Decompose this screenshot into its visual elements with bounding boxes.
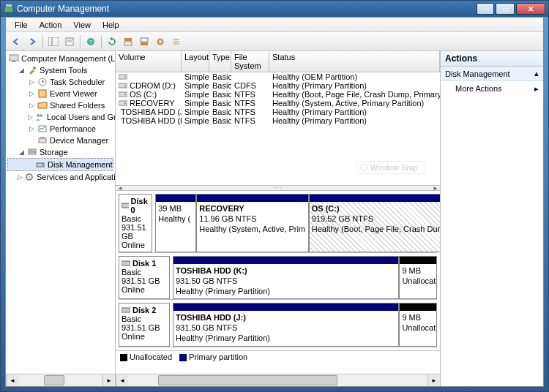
actions-pane: Actions Disk Management▴ More Actions▸ [441, 51, 543, 386]
tree-services[interactable]: ▷Services and Applications [7, 171, 113, 183]
tree-scrollbar[interactable]: ◄► [6, 374, 115, 386]
table-row[interactable]: RECOVERY Simple Basic NTFS Healthy (Syst… [116, 99, 440, 108]
tree-storage[interactable]: ◢Storage [7, 146, 113, 158]
svg-rect-24 [39, 90, 46, 97]
settings-button[interactable] [153, 34, 168, 49]
disk-info: Disk 0 Basic931.51 GBOnline [119, 194, 152, 252]
col-layout[interactable]: Layout [182, 51, 209, 72]
svg-point-35 [29, 176, 30, 178]
actions-section[interactable]: Disk Management▴ [441, 67, 543, 81]
view-top-button[interactable] [121, 34, 135, 49]
tree-event-viewer[interactable]: ▷Event Viewer [7, 88, 113, 99]
storage-icon [27, 147, 37, 157]
menu-action[interactable]: Action [34, 19, 68, 31]
tree-performance[interactable]: ▷Performance [7, 123, 113, 135]
disk-info: Disk 1 Basic931.51 GBOnline [119, 256, 170, 299]
list-button[interactable] [169, 34, 184, 49]
forward-button[interactable] [25, 34, 40, 49]
back-button[interactable] [9, 34, 23, 49]
splitter[interactable]: ◄⋯► [116, 185, 440, 191]
collapse-icon: ▴ [534, 69, 539, 78]
drive-icon [119, 73, 127, 80]
partition[interactable]: TOSHIBA HDD (J:) 931.50 GB NTFS Healthy … [173, 303, 399, 346]
titlebar[interactable]: Computer Management ─ ▭ ✕ [1, 1, 548, 17]
svg-point-26 [40, 114, 42, 117]
window-title: Computer Management [17, 4, 477, 14]
tree-task-scheduler[interactable]: ▷Task Scheduler [7, 76, 113, 88]
volume-table[interactable]: Volume Layout Type File System Status Si… [116, 51, 440, 185]
table-row[interactable]: TOSHIBA HDD (J:) Simple Basic NTFS Healt… [116, 108, 440, 116]
svg-rect-10 [124, 42, 132, 45]
expand-icon[interactable]: ▷ [28, 102, 36, 110]
tree-disk-management[interactable]: ▷Disk Management [7, 158, 113, 171]
col-type[interactable]: Type [209, 51, 231, 72]
partition[interactable]: OS (C:) 919.52 GB NTFS Healthy (Boot, Pa… [309, 194, 440, 252]
partition[interactable]: 9 MB Unallocat [399, 303, 437, 346]
expand-icon[interactable]: ▷ [28, 113, 33, 121]
table-row[interactable]: OS (C:) Simple Basic NTFS Healthy (Boot,… [116, 90, 440, 99]
expand-icon[interactable]: ▷ [28, 125, 36, 133]
partition[interactable]: 39 MB Healthy ( [155, 194, 196, 252]
table-row[interactable]: TOSHIBA HDD (K:) Simple Basic NTFS Healt… [116, 116, 440, 125]
disk-pane[interactable]: Disk 0 Basic931.51 GBOnline 39 MB Health… [116, 191, 440, 374]
expand-icon[interactable]: ▷ [28, 90, 36, 98]
snip-overlay: Window Snip [356, 161, 425, 174]
svg-rect-12 [141, 42, 148, 45]
actions-header: Actions [441, 51, 543, 67]
menu-view[interactable]: View [67, 19, 97, 31]
tree-system-tools[interactable]: ◢System Tools [7, 64, 113, 76]
tree-local-users[interactable]: ▷Local Users and Groups [7, 111, 113, 123]
menu-file[interactable]: File [9, 19, 34, 31]
show-hide-tree-button[interactable] [46, 34, 61, 49]
col-filesystem[interactable]: File System [231, 51, 269, 72]
close-button[interactable]: ✕ [516, 3, 545, 15]
partition[interactable]: TOSHIBA HDD (K:) 931.50 GB NTFS Healthy … [173, 256, 399, 299]
svg-text:?: ? [89, 39, 93, 45]
svg-point-43 [124, 102, 126, 104]
svg-rect-30 [29, 149, 36, 151]
view-bottom-button[interactable] [137, 34, 152, 49]
svg-point-39 [124, 85, 126, 86]
minimize-button[interactable]: ─ [477, 3, 494, 15]
properties-button[interactable] [62, 34, 77, 49]
disk-row[interactable]: Disk 2 Basic931.51 GBOnline TOSHIBA HDD … [119, 303, 437, 347]
drive-icon [119, 82, 127, 89]
drive-icon [119, 99, 127, 107]
svg-rect-48 [122, 203, 129, 208]
refresh-button[interactable] [105, 34, 119, 49]
legend: Unallocated Primary partition [116, 350, 440, 363]
svg-rect-31 [29, 152, 36, 154]
tree-pane[interactable]: Computer Management (Local ◢System Tools… [6, 51, 116, 386]
help-button[interactable]: ? [83, 34, 98, 49]
partition[interactable]: 9 MB Unallocat [399, 256, 437, 299]
tree-root[interactable]: Computer Management (Local [7, 53, 113, 64]
disk-row[interactable]: Disk 1 Basic931.51 GBOnline TOSHIBA HDD … [119, 256, 437, 300]
table-row[interactable]: Simple Basic Healthy (OEM Partition) [116, 72, 440, 81]
svg-point-25 [37, 114, 40, 117]
disk-row[interactable]: Disk 0 Basic931.51 GBOnline 39 MB Health… [119, 194, 437, 253]
partition[interactable]: RECOVERY 11.96 GB NTFS Healthy (System, … [196, 194, 308, 252]
svg-rect-49 [122, 261, 130, 265]
expand-icon[interactable]: ▷ [28, 78, 36, 86]
menu-help[interactable]: Help [97, 19, 125, 31]
collapse-icon[interactable]: ◢ [18, 148, 26, 157]
toolbar: ? [6, 32, 543, 51]
chevron-right-icon: ▸ [534, 84, 539, 94]
tree-device-manager[interactable]: ▷Device Manager [7, 135, 113, 146]
col-status[interactable]: Status [269, 51, 440, 72]
more-actions[interactable]: More Actions▸ [441, 81, 543, 97]
services-icon [24, 172, 34, 182]
center-scrollbar[interactable]: ◄► [116, 374, 440, 386]
col-volume[interactable]: Volume [116, 51, 182, 72]
table-row[interactable]: CDROM (D:) Simple Basic CDFS Healthy (Pr… [116, 81, 440, 90]
svg-rect-0 [4, 7, 13, 12]
expand-icon[interactable]: ▷ [18, 173, 23, 181]
tools-icon [27, 65, 37, 75]
tree-shared-folders[interactable]: ▷Shared Folders [7, 99, 113, 111]
svg-rect-40 [119, 92, 127, 97]
maximize-button[interactable]: ▭ [496, 3, 515, 15]
svg-point-41 [124, 94, 126, 95]
drive-icon [119, 91, 127, 98]
clock-icon [37, 77, 48, 87]
collapse-icon[interactable]: ◢ [18, 67, 26, 75]
